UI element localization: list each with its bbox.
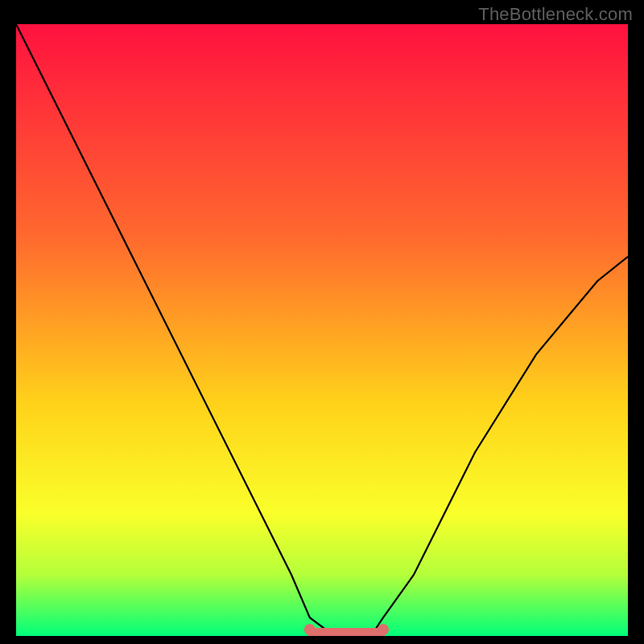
heatmap-background (16, 24, 628, 636)
watermark-text: TheBottleneck.com (478, 4, 633, 25)
marker-dot (304, 624, 316, 635)
bottleneck-chart (16, 24, 628, 636)
chart-frame (16, 24, 628, 636)
marker-dot (378, 624, 389, 635)
